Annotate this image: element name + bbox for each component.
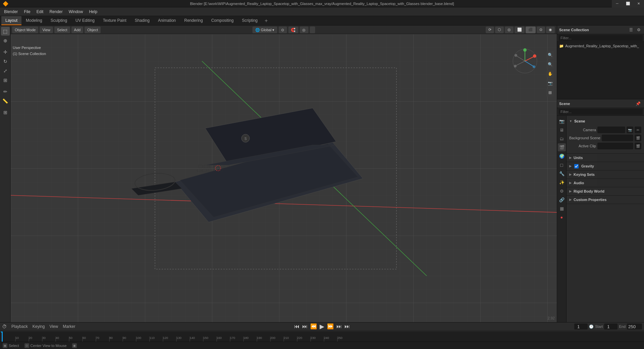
camera-field[interactable] xyxy=(597,127,625,133)
tool-add-object[interactable]: ⊞ xyxy=(1,108,10,117)
outliner-search-input[interactable] xyxy=(558,35,643,41)
tool-measure[interactable]: 📏 xyxy=(1,97,10,105)
end-frame-input[interactable] xyxy=(627,323,642,330)
props-object-tab[interactable]: ◻ xyxy=(558,161,566,169)
tool-cursor[interactable]: ⊕ xyxy=(1,36,10,45)
transform-pivot-selector[interactable]: ⊙ xyxy=(278,27,287,33)
props-scene-tab[interactable]: 🎬 xyxy=(558,143,566,151)
custom-properties-section-header[interactable]: ▶ Custom Properties xyxy=(567,196,644,204)
transform-global-selector[interactable]: 🌐 Global ▾ xyxy=(253,27,277,33)
props-material-tab[interactable]: ● xyxy=(558,213,566,221)
close-button[interactable]: ✕ xyxy=(633,0,644,7)
active-clip-browse-icon[interactable]: 🎬 xyxy=(635,143,641,149)
tab-compositing[interactable]: Compositing xyxy=(207,16,238,25)
orthographic-view-button[interactable]: ⊞ xyxy=(546,89,554,97)
tab-rendering[interactable]: Rendering xyxy=(180,16,207,25)
frame-ruler[interactable]: 10 20 30 40 50 60 70 80 90 100 xyxy=(0,331,644,342)
bg-scene-browse-icon[interactable]: 🎬 xyxy=(635,135,641,141)
mode-selector[interactable]: Object Mode xyxy=(12,27,38,33)
step-back-button[interactable]: ⏪ xyxy=(309,323,318,330)
camera-edit-icon[interactable]: ✏ xyxy=(635,127,641,133)
camera-view-button[interactable]: 📷 xyxy=(546,79,554,87)
outliner-filter-btn[interactable]: ☰ xyxy=(628,27,634,33)
props-constraints-tab[interactable]: 🔗 xyxy=(558,196,566,204)
props-world-tab[interactable]: 🌍 xyxy=(558,152,566,160)
playback-menu[interactable]: Playback xyxy=(10,323,29,330)
props-data-tab[interactable]: ▦ xyxy=(558,204,566,212)
viewport-3d[interactable]: Object Mode View Select Add Object 🌐 Glo… xyxy=(11,26,557,322)
jump-prev-keyframe-button[interactable]: ⏭ xyxy=(301,323,309,330)
zoom-in-button[interactable]: 🔍 xyxy=(546,51,554,59)
tab-animation[interactable]: Animation xyxy=(154,16,180,25)
menu-render[interactable]: Render xyxy=(47,8,65,15)
viewport-xray-toggle[interactable]: ◎ xyxy=(505,27,514,33)
add-workspace-button[interactable]: + xyxy=(262,16,270,25)
background-scene-field[interactable] xyxy=(602,135,633,141)
viewport-select-menu[interactable]: Select xyxy=(54,27,70,33)
keying-sets-section-header[interactable]: ▶ Keying Sets xyxy=(567,170,644,179)
pan-view-button[interactable]: ✋ xyxy=(546,70,554,78)
minimize-button[interactable]: ─ xyxy=(612,0,623,7)
tab-layout[interactable]: Layout xyxy=(1,16,21,25)
view-menu[interactable]: View xyxy=(48,323,59,330)
props-particles-tab[interactable]: ✨ xyxy=(558,178,566,186)
step-forward-button[interactable]: ⏩ xyxy=(326,323,335,330)
audio-section-header[interactable]: ▶ Audio xyxy=(567,179,644,187)
tab-shading[interactable]: Shading xyxy=(131,16,154,25)
properties-pin-btn[interactable]: 📌 xyxy=(634,101,642,107)
navigation-gizmo[interactable]: Y X xyxy=(512,48,538,74)
keying-menu[interactable]: Keying xyxy=(31,323,46,330)
props-output-tab[interactable]: 🖥 xyxy=(558,126,566,134)
jump-next-keyframe-button[interactable]: ⏭ xyxy=(335,323,343,330)
tab-scripting[interactable]: Scripting xyxy=(238,16,262,25)
menu-window[interactable]: Window xyxy=(66,8,86,15)
shading-rendered[interactable]: ◉ xyxy=(546,27,555,33)
tab-texture-paint[interactable]: Texture Paint xyxy=(99,16,130,25)
outliner-options-btn[interactable]: ⚙ xyxy=(636,27,642,33)
start-frame-input[interactable] xyxy=(604,323,618,330)
units-section-header[interactable]: ▶ Units xyxy=(567,154,644,162)
gravity-checkbox[interactable] xyxy=(574,164,579,168)
shading-wireframe[interactable]: ⬜ xyxy=(515,27,525,33)
viewport-overlay-toggle[interactable]: ⬡ xyxy=(495,27,504,33)
props-physics-tab[interactable]: ⚙ xyxy=(558,187,566,195)
tool-annotate[interactable]: ✏ xyxy=(1,87,10,96)
play-button[interactable]: ▶ xyxy=(319,323,325,330)
tab-uv-editing[interactable]: UV Editing xyxy=(71,16,99,25)
scene-section-header[interactable]: ▼ Scene xyxy=(567,117,644,125)
tool-move[interactable]: ✛ xyxy=(1,48,10,56)
viewport-view-menu[interactable]: View xyxy=(40,27,53,33)
outliner-scene-collection[interactable]: 📁 Augmented_Reality_Laptop_Spacetop_with… xyxy=(557,43,644,49)
tool-rotate[interactable]: ↻ xyxy=(1,57,10,66)
tool-select-box[interactable]: ⬚ xyxy=(1,27,10,36)
menu-edit[interactable]: Edit xyxy=(34,8,46,15)
shading-looksdev[interactable]: ⊙ xyxy=(537,27,545,33)
tool-scale[interactable]: ⤢ xyxy=(1,66,10,75)
props-viewlayer-tab[interactable]: 🗂 xyxy=(558,135,566,143)
properties-search-input[interactable] xyxy=(558,109,643,115)
current-frame-input[interactable] xyxy=(574,323,588,330)
maximize-button[interactable]: ⬜ xyxy=(623,0,633,7)
camera-browse-icon[interactable]: 📷 xyxy=(627,127,633,133)
props-modifier-tab[interactable]: 🔧 xyxy=(558,169,566,178)
rigid-body-world-section-header[interactable]: ▶ Rigid Body World xyxy=(567,187,644,195)
shading-solid[interactable]: ⬛ xyxy=(526,27,536,33)
snap-toggle[interactable]: 🧲 xyxy=(288,27,298,33)
jump-end-button[interactable]: ⏭ xyxy=(343,323,351,330)
tab-modeling[interactable]: Modeling xyxy=(22,16,46,25)
viewport-gizmo-toggle[interactable]: ⟳ xyxy=(486,27,494,33)
menu-help[interactable]: Help xyxy=(86,8,100,15)
gravity-section-header[interactable]: ▶ Gravity xyxy=(567,162,644,170)
zoom-out-button[interactable]: 🔍 xyxy=(546,60,554,68)
marker-menu[interactable]: Marker xyxy=(61,323,76,330)
props-render-tab[interactable]: 📷 xyxy=(558,117,566,125)
viewport-add-menu[interactable]: Add xyxy=(71,27,84,33)
jump-start-button[interactable]: ⏮ xyxy=(293,323,301,330)
viewport-object-menu[interactable]: Object xyxy=(85,27,101,33)
proportional-edit-toggle[interactable]: ◎ xyxy=(300,27,308,33)
proportional-connected-toggle[interactable] xyxy=(310,27,315,33)
tab-sculpting[interactable]: Sculpting xyxy=(47,16,71,25)
menu-file[interactable]: File xyxy=(21,8,33,15)
tool-transform[interactable]: ⊞ xyxy=(1,76,10,85)
menu-blender[interactable]: Blender xyxy=(1,8,20,15)
